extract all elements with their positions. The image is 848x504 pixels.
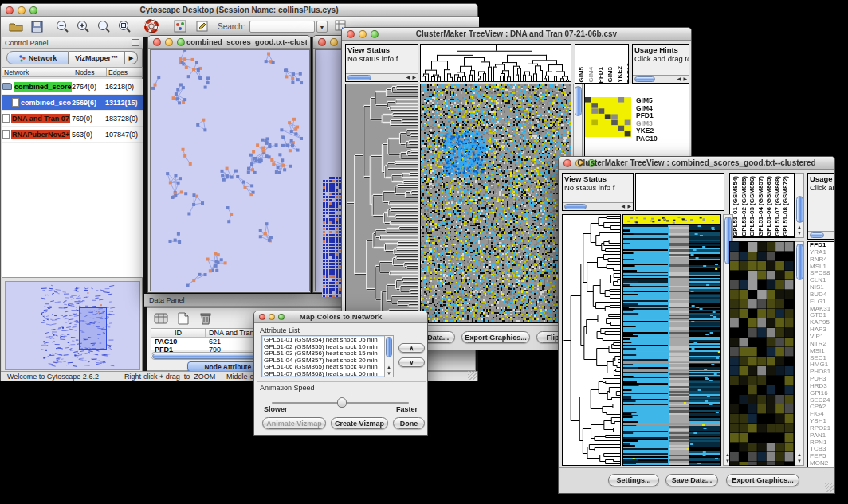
treeview1-column-labels: GIM5GIM4PFD1GIM3YKE2PAC10 <box>575 44 629 84</box>
column-label: GPL51-04 (GSM857) <box>757 176 766 236</box>
control-panel: Control Panel Network VizMapper™ ▶ Netwo… <box>2 37 143 372</box>
list-vscrollbar[interactable]: ▲ ▼ <box>384 336 393 377</box>
slider-thumb[interactable] <box>337 397 347 408</box>
zoom-window-icon[interactable] <box>177 38 185 46</box>
scroll-down-icon: ▼ <box>797 232 802 236</box>
tab-network[interactable]: Network <box>6 51 69 64</box>
resize-grip[interactable] <box>825 483 834 492</box>
main-titlebar[interactable]: Cytoscape Desktop (Session Name: collins… <box>1 4 477 17</box>
tab-overflow-button[interactable]: ▶ <box>125 51 138 64</box>
export-graphics-button[interactable]: Export Graphics... <box>726 474 799 486</box>
attribute-list[interactable]: GPL51-01 (GSM854) heat shock 05 minGPL51… <box>261 335 394 377</box>
network-canvas[interactable] <box>151 50 309 291</box>
hscrollbar[interactable]: ◀ ▶ <box>563 202 633 210</box>
network-table-header: Network Nodes Edges <box>2 67 143 77</box>
column-label: YKE2 <box>616 66 624 83</box>
treeview2-zoom-heatmap[interactable] <box>729 241 795 466</box>
float-panel-icon[interactable] <box>132 39 139 46</box>
column-label: GPL51-03 (GSM856) <box>748 176 757 236</box>
column-label: GIM3 <box>607 67 614 83</box>
column-label: PAC10 <box>626 63 629 83</box>
search-input[interactable] <box>249 21 315 33</box>
animation-slider[interactable] <box>272 397 409 408</box>
scroll-left-icon: ◀ <box>677 77 681 81</box>
network-view-icon[interactable] <box>171 18 189 34</box>
main-window-title: Cytoscape Desktop (Session Name: collins… <box>1 6 477 14</box>
network-tab-icon <box>18 54 26 62</box>
treeview2-window[interactable]: ClusterMaker TreeView : combined_scores_… <box>558 156 835 494</box>
col-nodes[interactable]: Nodes <box>73 67 107 77</box>
file-icon <box>2 114 10 123</box>
data-panel-title: Data Panel <box>149 296 185 304</box>
network-row-dna-tran[interactable]: DNA and Tran 07 769(0) 183728(0) <box>2 111 143 127</box>
treeview2-zoom-vscrollbar[interactable]: ▲ ▼ <box>795 241 804 466</box>
zoom-selected-icon[interactable] <box>116 18 133 34</box>
network-row-rnapuber[interactable]: RNAPuberNov2+ 563(0) 107847(0) <box>2 127 143 143</box>
column-label: GPL51-02 (GSM855) <box>740 176 749 236</box>
minimize-icon[interactable] <box>165 38 173 46</box>
col-network[interactable]: Network <box>2 67 73 77</box>
zoom-fit-icon[interactable] <box>95 18 112 34</box>
save-icon[interactable] <box>28 18 45 34</box>
scroll-right-icon: ▶ <box>627 205 631 209</box>
hscrollbar[interactable]: ◀ ▶ <box>346 73 418 81</box>
row-label: PAC10 <box>636 135 658 143</box>
search-dropdown-button[interactable]: ▼ <box>316 21 328 33</box>
zoom-out-icon[interactable] <box>53 18 71 34</box>
export-graphics-button[interactable]: Export Graphics... <box>461 331 530 343</box>
hscrollbar[interactable] <box>808 231 834 239</box>
zoom-in-icon[interactable] <box>74 18 92 34</box>
done-button[interactable]: Done <box>393 417 425 429</box>
scroll-right-icon: ▶ <box>683 77 687 81</box>
network-overview[interactable] <box>5 281 140 370</box>
animate-vizmap-button[interactable]: Animate Vizmap <box>262 417 326 429</box>
treeview2-heatmap[interactable] <box>622 214 721 466</box>
tab-vizmapper[interactable]: VizMapper™ <box>69 51 125 64</box>
help-lifering-icon[interactable] <box>143 18 160 34</box>
treeview2-button-bar: Settings... Save Data... Export Graphics… <box>559 467 834 493</box>
scroll-down-icon: ▼ <box>387 372 391 376</box>
treeview2-view-status: View Status No status info f ◀ ▶ <box>562 173 634 211</box>
minimize-icon[interactable] <box>330 38 338 46</box>
treeview2-title: ClusterMaker TreeView : combined_scores_… <box>559 158 834 167</box>
table-col-id[interactable]: ID <box>151 329 206 337</box>
overview-canvas[interactable] <box>6 282 139 369</box>
treeview2-column-dendrogram[interactable] <box>635 173 724 211</box>
new-attribute-icon[interactable] <box>175 311 192 326</box>
file-icon <box>12 98 19 107</box>
network-row-selected[interactable]: combined_sco 2569(6) 13112(15) <box>2 95 143 111</box>
treeview1-row-dendrogram[interactable] <box>345 84 418 323</box>
network-list: combined_scores_ 2764(0) 16218(0) combin… <box>2 79 143 278</box>
network-window-title: combined_scores_good.txt--cluste... <box>186 37 307 46</box>
selected-submatrix[interactable] <box>585 97 631 137</box>
move-up-button[interactable]: ∧ <box>398 343 425 353</box>
resize-grip[interactable] <box>468 371 477 380</box>
settings-button[interactable]: Settings... <box>608 474 659 486</box>
hscrollbar[interactable]: ◀ ▶ <box>633 75 689 83</box>
save-data-button[interactable]: Save Data... <box>665 474 718 486</box>
treeview1-column-dendrogram[interactable] <box>420 44 571 82</box>
control-panel-tabs: Network VizMapper™ ▶ <box>6 51 138 64</box>
attribute-list-item[interactable]: GPL51-07 (GSM868) heat shock 60 min <box>264 371 379 378</box>
close-icon[interactable] <box>318 38 326 46</box>
treeview2-collabel-vscrollbar[interactable]: ▲ ▼ <box>795 173 804 238</box>
attribute-select-icon[interactable] <box>152 311 170 326</box>
animation-speed-label: Animation Speed <box>260 384 315 392</box>
control-panel-title: Control Panel <box>5 39 49 47</box>
annotation-icon[interactable] <box>194 18 211 34</box>
scroll-up-icon: ▲ <box>797 225 802 229</box>
close-icon[interactable] <box>153 38 161 46</box>
col-edges[interactable]: Edges <box>107 67 143 77</box>
treeview2-row-dendrogram[interactable] <box>562 214 621 466</box>
treeview1-heatmap[interactable] <box>420 84 571 323</box>
network-row-combined-scores[interactable]: combined_scores_ 2764(0) 16218(0) <box>2 79 143 95</box>
delete-attribute-icon[interactable] <box>197 311 214 326</box>
attribute-list-label: Attribute List <box>260 326 300 334</box>
create-vizmap-button[interactable]: Create Vizmap <box>331 417 388 429</box>
move-down-button[interactable]: ∨ <box>398 357 425 367</box>
open-file-icon[interactable] <box>7 18 25 34</box>
map-colors-dialog[interactable]: Map Colors to Network Attribute List GPL… <box>253 311 428 436</box>
search-label: Search: <box>218 22 245 31</box>
treeview1-usage-hints: Usage Hints Click and drag to ◀ ▶ <box>632 44 689 84</box>
network-window-1[interactable]: combined_scores_good.txt--cluste... <box>147 35 311 293</box>
